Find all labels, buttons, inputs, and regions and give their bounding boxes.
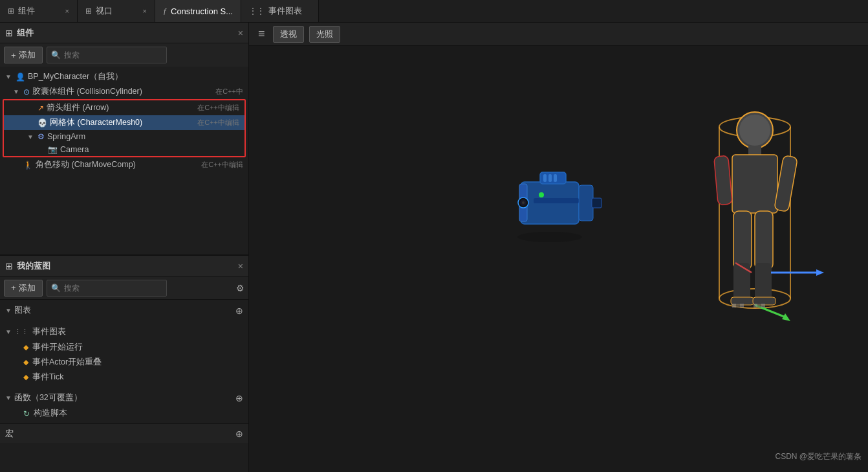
bp-item-tick[interactable]: ◆ 事件Tick [0,370,248,385]
svg-rect-7 [543,174,547,182]
components-panel-title: 组件 [17,27,234,39]
svg-rect-38 [754,304,757,308]
tab-eventgraph[interactable]: ⋮⋮ 事件图表 [241,0,319,22]
tab-construction-label: Construction S... [171,6,233,16]
bp-functions-chevron: ▼ [5,394,12,401]
tab-viewport-label: 视口 [96,5,113,17]
camera-3d-object [501,163,611,249]
tree-extra-arrow: 在C++中编辑 [197,103,239,113]
bp-functions-label: 函数（32可覆盖） [14,392,82,403]
viewport-menu-icon[interactable]: ≡ [255,26,268,42]
tree-icon-springarm: ⚙ [38,132,45,141]
svg-rect-21 [732,155,777,213]
tree-icon-capsule: ⊙ [23,87,30,96]
blueprint-panel: ⊞ 我的蓝图 × + 添加 🔍 ⚙ ▼ 图表 [0,256,248,472]
svg-rect-9 [554,174,557,182]
tab-eventgraph-icon: ⋮⋮ [249,6,265,16]
svg-rect-27 [755,211,773,269]
svg-rect-22 [714,155,732,205]
blueprint-settings-button[interactable]: ⚙ [236,283,244,293]
bp-graph-add[interactable]: ⊕ [235,306,243,316]
svg-point-4 [522,201,525,204]
svg-rect-39 [757,304,761,308]
blueprint-panel-title: 我的蓝图 [17,260,234,272]
tree-item-mesh[interactable]: 💀 网格体 (CharacterMesh0) 在C++中编辑 [4,115,244,130]
tree-icon-mesh: 💀 [38,118,47,128]
components-search-input[interactable] [47,47,167,63]
red-outline-group: ↗ 箭头组件 (Arrow) 在C++中编辑 💀 网格体 (CharacterM… [3,99,246,157]
tree-label-capsule: 胶囊体组件 (CollisionCylinder) [32,86,210,97]
tree-label-mesh: 网格体 (CharacterMesh0) [50,117,192,128]
bp-construct-icon: ↻ [23,409,30,418]
svg-point-19 [739,115,770,146]
blueprint-search-input[interactable] [47,280,167,297]
bp-section-functions-header[interactable]: ▼ 函数（32可覆盖） ⊕ [0,390,248,406]
bp-section-eventgraph-header[interactable]: ▼ ⋮⋮ 事件图表 [0,324,248,340]
tab-viewport[interactable]: ⊞ 视口 × [78,0,155,22]
bp-section-functions: ▼ 函数（32可覆盖） ⊕ ↻ 构造脚本 [0,387,248,423]
components-add-button[interactable]: + 添加 [4,47,43,63]
tree-label-charmove: 角色移动 (CharMoveComp) [36,159,196,170]
bp-macros-add[interactable]: ⊕ [235,429,243,439]
left-panel: ⊞ 组件 × + 添加 🔍 ▼ 👤 [0,23,249,472]
components-tree: ▼ 👤 BP_MyCharacter（自我） ▼ ⊙ 胶囊体组件 (Collis… [0,67,248,254]
tree-label-camera: Camera [60,145,239,154]
bp-macros-label: 宏 [5,428,14,440]
svg-rect-36 [736,304,740,308]
tree-chevron-springarm: ▼ [27,133,35,140]
tree-item-camera[interactable]: 📷 Camera [4,143,244,156]
viewport-lighting-button[interactable]: 光照 [309,26,340,43]
blueprint-panel-close[interactable]: × [238,261,243,271]
tab-construction[interactable]: ƒ Construction S... [155,0,241,22]
bp-eventgraph-icon: ⋮⋮ [14,328,28,336]
character-3d-object [680,98,829,333]
tree-icon-root: 👤 [16,73,25,82]
svg-rect-24 [733,211,752,269]
tab-components-close[interactable]: × [65,7,69,15]
components-panel-close[interactable]: × [238,28,243,38]
right-panel: ≡ 透视 光照 [249,23,868,472]
blueprint-add-plus: + [11,283,16,293]
tab-viewport-close[interactable]: × [143,7,147,15]
viewport-perspective-button[interactable]: 透视 [273,26,304,43]
tree-item-capsule[interactable]: ▼ ⊙ 胶囊体组件 (CollisionCylinder) 在C++中 [0,84,248,99]
bp-diamond-icon-0: ◆ [23,343,28,352]
blueprint-toolbar: + 添加 🔍 ⚙ [0,276,248,300]
blueprint-panel-header: ⊞ 我的蓝图 × [0,256,248,276]
tab-components[interactable]: ⊞ 组件 × [0,0,78,22]
bp-item-begin-overlap-label: 事件Actor开始重叠 [32,357,102,368]
components-add-label: 添加 [19,49,36,61]
tree-icon-arrow: ↗ [38,104,44,113]
tree-item-charmove[interactable]: 🚶 角色移动 (CharMoveComp) 在C++中编辑 [0,157,248,172]
bp-item-begin-play[interactable]: ◆ 事件开始运行 [0,340,248,355]
bp-eventgraph-label: 事件图表 [32,326,66,337]
bp-functions-add[interactable]: ⊕ [235,393,243,403]
blueprint-add-button[interactable]: + 添加 [4,280,43,297]
components-panel-icon: ⊞ [5,28,13,38]
viewport-canvas[interactable]: CSDN @爱吃芒果的薯条 [249,46,868,472]
svg-rect-40 [761,304,765,308]
blueprint-panel-icon: ⊞ [5,261,13,271]
blueprint-search-wrap: 🔍 [47,280,232,297]
tree-item-arrow[interactable]: ↗ 箭头组件 (Arrow) 在C++中编辑 [4,100,244,115]
bp-item-begin-overlap[interactable]: ◆ 事件Actor开始重叠 [0,355,248,370]
components-panel-header: ⊞ 组件 × [0,23,248,43]
blueprint-add-label: 添加 [19,282,36,294]
bp-section-graph-header[interactable]: ▼ 图表 ⊕ [0,302,248,319]
bp-macros-bar: 宏 ⊕ [0,423,248,443]
tree-item-root[interactable]: ▼ 👤 BP_MyCharacter（自我） [0,69,248,84]
components-search-wrap: 🔍 [47,47,244,63]
tab-components-label: 组件 [18,5,35,17]
bp-eventgraph-chevron: ▼ [5,328,12,335]
bp-item-construct-script[interactable]: ↻ 构造脚本 [0,406,248,421]
tree-extra-capsule: 在C++中 [215,87,243,96]
svg-marker-33 [782,313,790,321]
watermark: CSDN @爱吃芒果的薯条 [775,451,862,462]
bp-section-eventgraph: ▼ ⋮⋮ 事件图表 ◆ 事件开始运行 ◆ 事件Actor开始重叠 ◆ 事件Tic… [0,321,248,387]
tab-viewport-icon: ⊞ [85,6,92,16]
svg-rect-8 [548,174,552,182]
tree-label-root: BP_MyCharacter（自我） [28,71,243,82]
svg-rect-25 [733,263,750,302]
tab-eventgraph-label: 事件图表 [268,5,302,17]
tree-item-springarm[interactable]: ▼ ⚙ SpringArm [4,130,244,143]
